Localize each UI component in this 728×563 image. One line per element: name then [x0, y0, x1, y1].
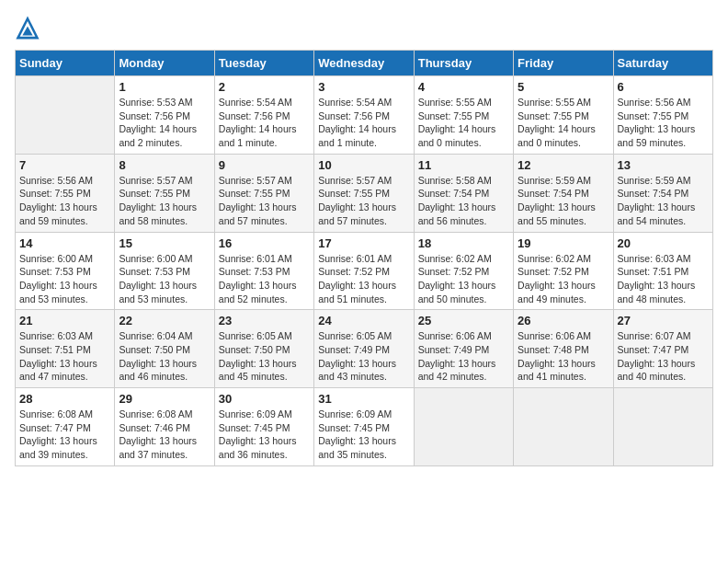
calendar-cell: 15Sunrise: 6:00 AMSunset: 7:53 PMDayligh…: [115, 232, 214, 310]
day-info: Sunrise: 5:57 AMSunset: 7:55 PMDaylight:…: [119, 174, 210, 228]
day-number: 3: [318, 80, 409, 94]
day-number: 18: [418, 236, 509, 250]
calendar-cell: 1Sunrise: 5:53 AMSunset: 7:56 PMDaylight…: [115, 76, 214, 155]
header-day-tuesday: Tuesday: [214, 51, 313, 76]
calendar-cell: [16, 76, 115, 155]
day-info: Sunrise: 6:09 AMSunset: 7:45 PMDaylight:…: [219, 408, 310, 462]
calendar-week-4: 21Sunrise: 6:03 AMSunset: 7:51 PMDayligh…: [16, 310, 713, 388]
day-number: 8: [119, 158, 210, 172]
calendar-body: 1Sunrise: 5:53 AMSunset: 7:56 PMDaylight…: [16, 76, 713, 466]
calendar-cell: 2Sunrise: 5:54 AMSunset: 7:56 PMDaylight…: [214, 76, 313, 155]
header-day-thursday: Thursday: [414, 51, 513, 76]
calendar-cell: 14Sunrise: 6:00 AMSunset: 7:53 PMDayligh…: [16, 232, 115, 310]
day-info: Sunrise: 5:54 AMSunset: 7:56 PMDaylight:…: [318, 96, 409, 150]
calendar-cell: 3Sunrise: 5:54 AMSunset: 7:56 PMDaylight…: [314, 76, 414, 155]
day-info: Sunrise: 6:00 AMSunset: 7:53 PMDaylight:…: [119, 252, 210, 306]
calendar-cell: 12Sunrise: 5:59 AMSunset: 7:54 PMDayligh…: [514, 154, 613, 232]
calendar-cell: 4Sunrise: 5:55 AMSunset: 7:55 PMDaylight…: [414, 76, 513, 155]
day-number: 19: [518, 236, 609, 250]
day-number: 5: [518, 80, 609, 94]
calendar-cell: 27Sunrise: 6:07 AMSunset: 7:47 PMDayligh…: [613, 310, 712, 388]
day-info: Sunrise: 6:03 AMSunset: 7:51 PMDaylight:…: [19, 329, 110, 384]
calendar-cell: 18Sunrise: 6:02 AMSunset: 7:52 PMDayligh…: [414, 232, 513, 310]
calendar-cell: 9Sunrise: 5:57 AMSunset: 7:55 PMDaylight…: [214, 154, 313, 232]
calendar-cell: 10Sunrise: 5:57 AMSunset: 7:55 PMDayligh…: [314, 154, 414, 232]
day-info: Sunrise: 6:04 AMSunset: 7:50 PMDaylight:…: [119, 329, 210, 384]
calendar-table: SundayMondayTuesdayWednesdayThursdayFrid…: [15, 50, 713, 466]
day-number: 24: [318, 314, 409, 327]
calendar-cell: 31Sunrise: 6:09 AMSunset: 7:45 PMDayligh…: [314, 388, 414, 466]
day-info: Sunrise: 5:58 AMSunset: 7:54 PMDaylight:…: [418, 174, 509, 228]
calendar-cell: 17Sunrise: 6:01 AMSunset: 7:52 PMDayligh…: [314, 232, 414, 310]
day-number: 14: [19, 236, 110, 250]
day-info: Sunrise: 6:05 AMSunset: 7:50 PMDaylight:…: [219, 329, 310, 384]
calendar-cell: [613, 388, 712, 466]
calendar-cell: 22Sunrise: 6:04 AMSunset: 7:50 PMDayligh…: [115, 310, 214, 388]
day-info: Sunrise: 5:57 AMSunset: 7:55 PMDaylight:…: [219, 174, 310, 228]
day-number: 6: [618, 80, 709, 94]
calendar-cell: [514, 388, 613, 466]
calendar-cell: 19Sunrise: 6:02 AMSunset: 7:52 PMDayligh…: [514, 232, 613, 310]
calendar-cell: 11Sunrise: 5:58 AMSunset: 7:54 PMDayligh…: [414, 154, 513, 232]
calendar-cell: 20Sunrise: 6:03 AMSunset: 7:51 PMDayligh…: [613, 232, 712, 310]
calendar-header: SundayMondayTuesdayWednesdayThursdayFrid…: [16, 51, 713, 76]
day-info: Sunrise: 6:05 AMSunset: 7:49 PMDaylight:…: [318, 329, 409, 384]
calendar-week-1: 1Sunrise: 5:53 AMSunset: 7:56 PMDaylight…: [16, 76, 713, 155]
logo: [15, 15, 44, 40]
day-info: Sunrise: 5:57 AMSunset: 7:55 PMDaylight:…: [318, 174, 409, 228]
day-number: 11: [418, 158, 509, 172]
day-number: 28: [19, 392, 110, 406]
day-info: Sunrise: 5:53 AMSunset: 7:56 PMDaylight:…: [119, 96, 210, 150]
day-info: Sunrise: 6:08 AMSunset: 7:46 PMDaylight:…: [119, 408, 210, 462]
logo-icon: [15, 15, 40, 40]
day-number: 29: [119, 392, 210, 406]
day-number: 7: [19, 158, 110, 172]
day-number: 15: [119, 236, 210, 250]
header-day-friday: Friday: [514, 51, 613, 76]
calendar-cell: 23Sunrise: 6:05 AMSunset: 7:50 PMDayligh…: [214, 310, 313, 388]
calendar-cell: 24Sunrise: 6:05 AMSunset: 7:49 PMDayligh…: [314, 310, 414, 388]
day-info: Sunrise: 5:59 AMSunset: 7:54 PMDaylight:…: [618, 174, 709, 228]
day-number: 10: [318, 158, 409, 172]
calendar-week-5: 28Sunrise: 6:08 AMSunset: 7:47 PMDayligh…: [16, 388, 713, 466]
day-number: 9: [219, 158, 310, 172]
calendar-week-3: 14Sunrise: 6:00 AMSunset: 7:53 PMDayligh…: [16, 232, 713, 310]
header-day-saturday: Saturday: [613, 51, 712, 76]
calendar-cell: 29Sunrise: 6:08 AMSunset: 7:46 PMDayligh…: [115, 388, 214, 466]
day-number: 27: [618, 314, 709, 327]
header-row: SundayMondayTuesdayWednesdayThursdayFrid…: [16, 51, 713, 76]
page-header: [15, 15, 713, 40]
calendar-cell: 5Sunrise: 5:55 AMSunset: 7:55 PMDaylight…: [514, 76, 613, 155]
day-number: 1: [119, 80, 210, 94]
day-number: 26: [518, 314, 609, 327]
day-info: Sunrise: 5:55 AMSunset: 7:55 PMDaylight:…: [418, 96, 509, 150]
day-number: 20: [618, 236, 709, 250]
calendar-cell: 21Sunrise: 6:03 AMSunset: 7:51 PMDayligh…: [16, 310, 115, 388]
day-number: 22: [119, 314, 210, 327]
calendar-cell: 8Sunrise: 5:57 AMSunset: 7:55 PMDaylight…: [115, 154, 214, 232]
day-number: 2: [219, 80, 310, 94]
calendar-cell: 25Sunrise: 6:06 AMSunset: 7:49 PMDayligh…: [414, 310, 513, 388]
day-info: Sunrise: 6:00 AMSunset: 7:53 PMDaylight:…: [19, 252, 110, 306]
day-number: 23: [219, 314, 310, 327]
calendar-cell: [414, 388, 513, 466]
day-info: Sunrise: 5:55 AMSunset: 7:55 PMDaylight:…: [518, 96, 609, 150]
day-number: 31: [318, 392, 409, 406]
calendar-cell: 26Sunrise: 6:06 AMSunset: 7:48 PMDayligh…: [514, 310, 613, 388]
day-info: Sunrise: 6:03 AMSunset: 7:51 PMDaylight:…: [618, 252, 709, 306]
calendar-cell: 7Sunrise: 5:56 AMSunset: 7:55 PMDaylight…: [16, 154, 115, 232]
calendar-week-2: 7Sunrise: 5:56 AMSunset: 7:55 PMDaylight…: [16, 154, 713, 232]
day-info: Sunrise: 6:07 AMSunset: 7:47 PMDaylight:…: [618, 329, 709, 384]
day-info: Sunrise: 6:09 AMSunset: 7:45 PMDaylight:…: [318, 408, 409, 462]
calendar-cell: 13Sunrise: 5:59 AMSunset: 7:54 PMDayligh…: [613, 154, 712, 232]
day-number: 30: [219, 392, 310, 406]
day-info: Sunrise: 5:54 AMSunset: 7:56 PMDaylight:…: [219, 96, 310, 150]
day-info: Sunrise: 6:01 AMSunset: 7:53 PMDaylight:…: [219, 252, 310, 306]
day-info: Sunrise: 5:59 AMSunset: 7:54 PMDaylight:…: [518, 174, 609, 228]
header-day-monday: Monday: [115, 51, 214, 76]
day-number: 13: [618, 158, 709, 172]
day-info: Sunrise: 6:02 AMSunset: 7:52 PMDaylight:…: [418, 252, 509, 306]
day-number: 21: [19, 314, 110, 327]
day-info: Sunrise: 6:06 AMSunset: 7:48 PMDaylight:…: [518, 329, 609, 384]
day-info: Sunrise: 6:06 AMSunset: 7:49 PMDaylight:…: [418, 329, 509, 384]
